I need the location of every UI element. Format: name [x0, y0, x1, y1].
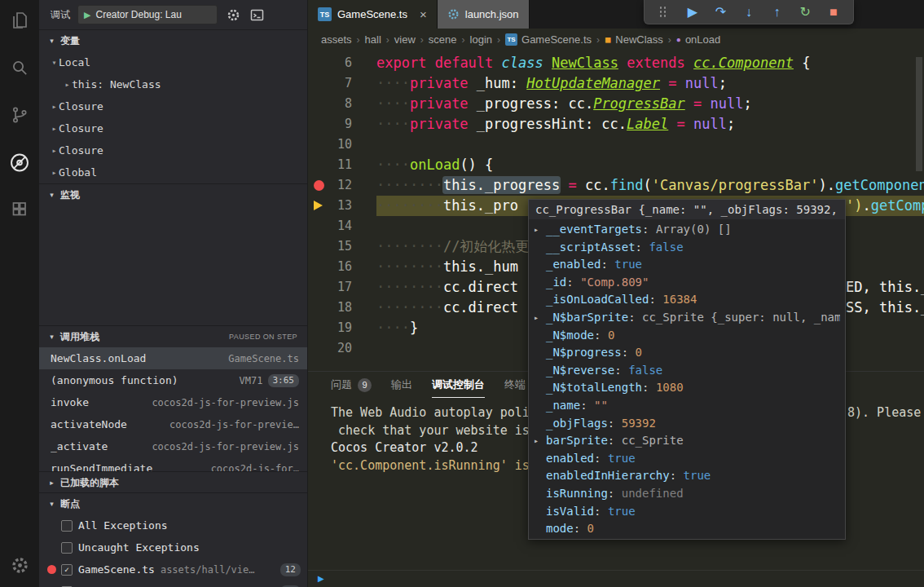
stack-frame-invoke[interactable]: invokecocos2d-js-for-preview.js — [39, 391, 307, 413]
launch-config-dropdown[interactable]: ▶ Creator Debug: Lau — [77, 5, 218, 24]
gutter-glyph-area[interactable] — [308, 298, 331, 318]
breakpoint-checkbox[interactable]: ✓ — [61, 564, 73, 576]
gutter-glyph-area[interactable] — [308, 196, 331, 216]
breakpoint-row-uncaught-exceptions[interactable]: Uncaught Exceptions — [39, 536, 307, 558]
panel-tab-问题[interactable]: 问题9 — [331, 372, 372, 398]
panel-tab-输出[interactable]: 输出 — [391, 372, 412, 398]
start-debugging-icon[interactable]: ▶ — [84, 11, 90, 20]
tab-launch-json[interactable]: launch.json — [438, 0, 530, 29]
breadcrumb-item-newclass[interactable]: ◼NewClass — [605, 33, 663, 46]
breadcrumb-item-scene[interactable]: scene — [429, 33, 457, 46]
breakpoint-checkbox[interactable] — [61, 542, 73, 554]
gutter-glyph-area[interactable] — [308, 175, 331, 196]
gutter-glyph-area[interactable] — [308, 73, 331, 94]
stack-frame-runsendimmediate[interactable]: runSendImmediatecocos2d-js-for… — [39, 457, 307, 471]
drag-handle[interactable] — [653, 2, 676, 23]
chevron-right-icon[interactable]: ▸ — [50, 102, 59, 111]
step-over-button[interactable]: ↷ — [709, 2, 733, 23]
breadcrumb-item-hall[interactable]: hall — [365, 33, 381, 46]
breakpoint-row-gamescene-ts[interactable]: ✓GameScene.tsassets/hall/vie…12 — [39, 558, 307, 580]
stack-frame-anonymous-function[interactable]: (anonymous function)VM713:65 — [39, 369, 307, 391]
variable-row-closure[interactable]: ▸Closure — [39, 117, 307, 139]
variable-row-this-newclass[interactable]: ▸this: NewClass — [39, 73, 307, 95]
code-line-6[interactable]: 6export default class NewClass extends c… — [308, 53, 924, 73]
code-line-8[interactable]: 8····private _progress: cc.ProgressBar =… — [308, 94, 924, 114]
chevron-right-icon[interactable]: ▸ — [63, 80, 72, 89]
variable-row-global[interactable]: ▸Global — [39, 161, 307, 183]
gutter-glyph-area[interactable] — [308, 94, 331, 114]
variable-row-closure[interactable]: ▸Closure — [39, 95, 307, 117]
call-stack-section-header[interactable]: ▾ 调用堆栈 PAUSED ON STEP — [39, 326, 307, 347]
twisty-spacer — [534, 274, 546, 292]
watch-section-header[interactable]: ▾ 监视 — [39, 184, 307, 205]
editor-scrollbar[interactable] — [916, 57, 922, 171]
gutter-glyph-area[interactable] — [308, 277, 331, 298]
variable-row-closure[interactable]: ▸Closure — [39, 139, 307, 161]
stop-button[interactable]: ■ — [821, 2, 845, 23]
chevron-right-icon[interactable]: ▸ — [50, 146, 59, 155]
hover-property-eventtargets[interactable]: ▸__eventTargets: Array(0) [] — [534, 221, 840, 239]
chevron-right-icon[interactable]: ▸ — [534, 221, 546, 239]
step-out-button[interactable]: ↑ — [765, 2, 789, 23]
close-icon[interactable]: × — [420, 7, 427, 21]
gutter-glyph-area[interactable] — [308, 114, 331, 135]
code-line-11[interactable]: 11····onLoad() { — [308, 155, 924, 175]
breadcrumb-item-gamescene-ts[interactable]: TSGameScene.ts — [505, 33, 592, 46]
code-line-10[interactable]: 10 — [308, 135, 924, 155]
chevron-down-icon[interactable]: ▾ — [50, 58, 59, 67]
property-key: _N$totalLength — [546, 379, 642, 397]
breakpoint-row-hotupdatemanager-ts[interactable]: ✓HotUpdateManager.tsasset…29 — [39, 580, 307, 587]
restart-button[interactable]: ↻ — [794, 2, 817, 23]
chevron-right-icon[interactable]: ▸ — [534, 309, 546, 327]
panel-tab-调试控制台[interactable]: 调试控制台 — [432, 372, 485, 398]
breakpoint-checkbox[interactable] — [61, 520, 73, 532]
settings-gear-icon[interactable] — [9, 554, 30, 576]
explorer-icon[interactable] — [9, 10, 30, 31]
continue-button[interactable]: ▶ — [681, 2, 705, 23]
hover-property-n-barsprite[interactable]: ▸_N$barSprite: cc_Sprite {_super: null, … — [534, 309, 840, 327]
chevron-right-icon[interactable]: ▸ — [50, 168, 59, 177]
stack-frame-newclass-onload[interactable]: NewClass.onLoadGameScene.ts — [39, 347, 307, 369]
variables-section-header[interactable]: ▾ 变量 — [39, 30, 307, 51]
panel-tab-终端[interactable]: 终端 — [504, 372, 526, 398]
debug-icon[interactable] — [9, 152, 30, 173]
breakpoint-icon[interactable] — [314, 180, 324, 191]
gutter-glyph-area[interactable] — [308, 155, 331, 175]
debug-console-panel-icon[interactable] — [249, 7, 265, 23]
code-line-12[interactable]: 12········this._progress = cc.find('Canv… — [308, 175, 924, 196]
gutter-glyph-area[interactable] — [308, 236, 331, 257]
loaded-scripts-header[interactable]: ▸ 已加载的脚本 — [39, 472, 307, 493]
debug-console-input[interactable]: ▶ — [308, 570, 924, 587]
breadcrumb-item-login[interactable]: login — [470, 33, 492, 46]
breadcrumb-item-onload[interactable]: ●onLoad — [676, 33, 720, 46]
extensions-icon[interactable] — [9, 199, 30, 220]
breakpoints-section-header[interactable]: ▾ 断点 — [39, 493, 307, 514]
chevron-right-icon[interactable]: ▸ — [534, 432, 546, 450]
gutter-glyph-area[interactable] — [308, 257, 331, 277]
configure-gear-icon[interactable] — [225, 7, 241, 23]
gutter-glyph-area[interactable] — [308, 338, 331, 359]
variable-row-local[interactable]: ▾Local — [39, 51, 307, 73]
chevron-down-icon: ▾ — [47, 500, 56, 508]
breadcrumb-item-assets[interactable]: assets — [321, 33, 352, 46]
stack-frame-activatenode[interactable]: activateNodecocos2d-js-for-previe… — [39, 413, 307, 435]
gutter-glyph-area[interactable] — [308, 318, 331, 338]
code-line-7[interactable]: 7····private _hum: HotUpdateManager = nu… — [308, 73, 924, 94]
typescript-file-icon: TS — [505, 33, 517, 46]
tab-label: launch.json — [465, 8, 519, 20]
gutter-glyph-area[interactable] — [308, 216, 331, 236]
search-icon[interactable] — [9, 57, 30, 78]
stack-frame-activate[interactable]: _activatecocos2d-js-for-preview.js — [39, 435, 307, 457]
hover-property-barsprite[interactable]: ▸barSprite: cc_Sprite — [534, 432, 840, 450]
gutter-glyph-area[interactable] — [308, 53, 331, 73]
twisty-spacer — [534, 467, 546, 485]
step-into-button[interactable]: ↓ — [737, 2, 761, 23]
gutter-glyph-area[interactable] — [308, 135, 331, 155]
chevron-right-icon[interactable]: ▸ — [50, 124, 59, 133]
code-line-9[interactable]: 9····private _progressHint: cc.Label = n… — [308, 114, 924, 135]
breakpoint-row-all-exceptions[interactable]: All Exceptions — [39, 514, 307, 536]
source-control-icon[interactable] — [9, 104, 30, 126]
breadcrumb-item-view[interactable]: view — [394, 33, 416, 46]
tab-gamescene-ts[interactable]: TSGameScene.ts× — [308, 0, 438, 29]
line-number: 14 — [331, 216, 352, 236]
